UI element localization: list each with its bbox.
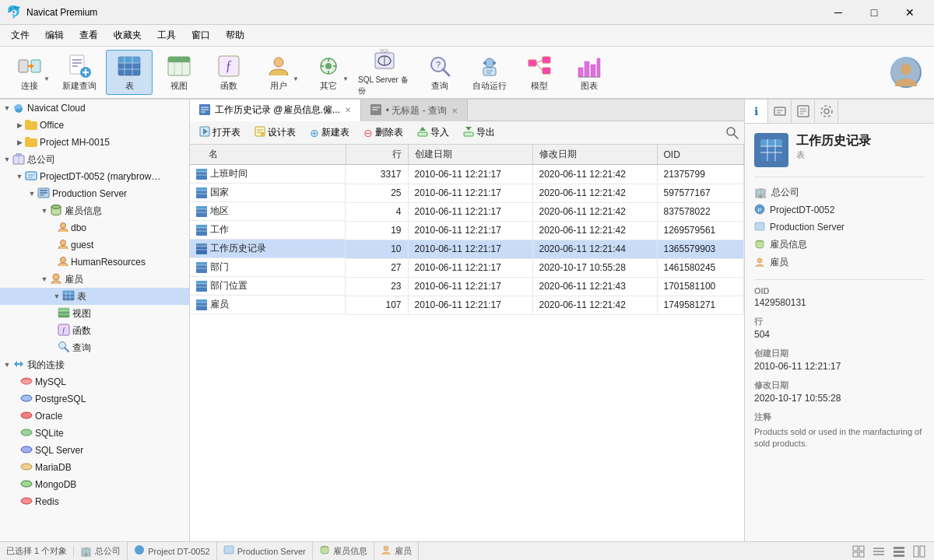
- employee-db-label: 雇员信息: [65, 205, 102, 218]
- col-name[interactable]: 名: [190, 145, 346, 165]
- table-label: 表: [125, 80, 134, 92]
- cell-oid: 1269579561: [657, 221, 744, 240]
- tree-employee-db[interactable]: ▼ 雇员信息: [0, 202, 189, 219]
- tab-query-label: • 无标题 - 查询: [386, 104, 447, 117]
- view-grid-btn[interactable]: [850, 544, 867, 558]
- svg-rect-169: [224, 546, 234, 554]
- user-button[interactable]: ▼ 用户: [255, 50, 302, 95]
- import-button[interactable]: 导入: [411, 124, 455, 142]
- ddl-tab[interactable]: [768, 100, 792, 123]
- status-company-label: 总公司: [95, 545, 121, 557]
- info-tab[interactable]: ℹ: [745, 100, 768, 123]
- breadcrumb-server: Production Server: [754, 219, 925, 236]
- col-created[interactable]: 创建日期: [408, 145, 532, 165]
- tab-work-history-close[interactable]: ✕: [345, 106, 351, 114]
- tree-project-dt[interactable]: ▼ ProjectDT-0052 (marybrown@...: [0, 168, 189, 185]
- tree-mariadb[interactable]: MariaDB: [0, 459, 189, 476]
- schema-icon-hr: [58, 256, 68, 269]
- settings-tab[interactable]: [815, 100, 838, 123]
- tree-tables[interactable]: ▼ 表: [0, 288, 189, 305]
- table-row[interactable]: 雇员 107 2010-06-11 12:21:17 2020-06-11 12…: [190, 296, 744, 314]
- tree-my-connections[interactable]: ▼ 我的连接: [0, 356, 189, 373]
- menu-help[interactable]: 帮助: [218, 26, 252, 45]
- tree-humanresources[interactable]: HumanResources: [0, 254, 189, 271]
- content-area: 工作历史记录 @雇员信息.僱... ✕ • 无标题 - 查询 ✕ 打开表: [190, 100, 744, 541]
- new-table-button[interactable]: ⊕ 新建表: [304, 124, 356, 142]
- menu-file[interactable]: 文件: [3, 26, 37, 45]
- dbo-label: dbo: [71, 222, 86, 233]
- tree-functions[interactable]: ƒ 函数: [0, 322, 189, 339]
- table-button[interactable]: 表: [106, 50, 153, 95]
- tree-views[interactable]: 视图: [0, 305, 189, 322]
- view-list-btn[interactable]: [870, 544, 887, 558]
- tree-employee-schema[interactable]: ▼ 雇员: [0, 271, 189, 288]
- table-row[interactable]: 上班时间 3317 2010-06-11 12:21:17 2020-06-11…: [190, 165, 744, 184]
- view-detail-btn[interactable]: [890, 544, 908, 558]
- tree-guest[interactable]: guest: [0, 236, 189, 254]
- table-row[interactable]: 工作 19 2010-06-11 12:21:17 2020-06-11 12:…: [190, 221, 744, 240]
- table-row[interactable]: 国家 25 2010-06-11 12:21:17 2020-06-11 12:…: [190, 184, 744, 202]
- tree-navicat-cloud[interactable]: ▼ Navicat Cloud: [0, 100, 189, 117]
- svg-line-48: [536, 63, 542, 71]
- view-button[interactable]: 视图: [156, 50, 202, 95]
- tree-queries[interactable]: 查询: [0, 339, 189, 356]
- sqlserver-backup-button[interactable]: SQL SQL Server 备份: [355, 50, 413, 95]
- table-row[interactable]: 部门位置 23 2010-06-11 12:21:17 2020-06-11 1…: [190, 277, 744, 296]
- svg-rect-174: [853, 552, 858, 557]
- menu-tools[interactable]: 工具: [149, 26, 184, 45]
- tree-sqlite[interactable]: SQLite: [0, 425, 189, 442]
- maximize-button[interactable]: □: [856, 0, 892, 25]
- tree-redis[interactable]: Redis: [0, 493, 189, 510]
- preview-tab[interactable]: [792, 100, 815, 123]
- tab-work-history[interactable]: 工作历史记录 @雇员信息.僱... ✕: [190, 100, 361, 121]
- other-button[interactable]: ▼ 其它: [305, 50, 352, 95]
- tree-project-mh[interactable]: ▶ Project MH-0015: [0, 134, 189, 151]
- table-row[interactable]: 地区 4 2010-06-11 12:21:17 2020-06-11 12:2…: [190, 202, 744, 221]
- postgresql-icon: [20, 393, 33, 406]
- view-large-btn[interactable]: [911, 544, 928, 558]
- model-button[interactable]: 模型: [516, 50, 563, 95]
- tree-company[interactable]: ▼ 总公司: [0, 151, 189, 168]
- tab-query[interactable]: • 无标题 - 查询 ✕: [361, 100, 468, 121]
- menu-edit[interactable]: 编辑: [37, 26, 72, 45]
- design-table-button[interactable]: 设计表: [248, 124, 302, 142]
- tree-postgresql[interactable]: PostgreSQL: [0, 390, 189, 408]
- tab-query-close[interactable]: ✕: [451, 107, 458, 115]
- close-button[interactable]: ✕: [892, 0, 928, 25]
- svg-rect-129: [196, 225, 207, 228]
- tree-mysql[interactable]: MySQL: [0, 373, 189, 390]
- search-button[interactable]: [724, 124, 741, 142]
- svg-point-40: [493, 61, 496, 65]
- autorun-button[interactable]: 自动运行: [466, 50, 513, 95]
- tree-sqlserver[interactable]: SQL Server: [0, 442, 189, 459]
- minimize-button[interactable]: ─: [820, 0, 856, 25]
- svg-point-70: [51, 205, 61, 208]
- delete-table-button[interactable]: ⊖ 删除表: [357, 124, 409, 142]
- tree-mongodb[interactable]: MongoDB: [0, 476, 189, 493]
- menu-window[interactable]: 窗口: [184, 26, 218, 45]
- table-row[interactable]: 工作历史记录 10 2010-06-11 12:21:17 2020-06-11…: [190, 240, 744, 258]
- menu-view[interactable]: 查看: [72, 26, 106, 45]
- avatar[interactable]: [890, 57, 922, 88]
- menu-favorites[interactable]: 收藏夹: [106, 26, 149, 45]
- open-table-button[interactable]: 打开表: [193, 124, 247, 142]
- open-table-icon: [199, 126, 210, 139]
- export-button[interactable]: 导出: [457, 124, 501, 142]
- rows-label: 行: [754, 316, 925, 327]
- tree-production-server[interactable]: ▼ Production Server: [0, 185, 189, 202]
- svg-marker-111: [420, 127, 426, 131]
- col-rows[interactable]: 行: [346, 145, 408, 165]
- new-query-button[interactable]: 新建查询: [56, 50, 103, 95]
- cell-modified: 2020-06-11 12:21:43: [532, 277, 657, 296]
- tree-dbo[interactable]: dbo: [0, 219, 189, 236]
- table-row[interactable]: 部门 27 2010-06-11 12:21:17 2020-10-17 10:…: [190, 258, 744, 277]
- tree-office[interactable]: ▶ Office: [0, 117, 189, 134]
- db-bc-icon: [754, 239, 765, 251]
- tree-oracle[interactable]: Oracle: [0, 408, 189, 425]
- query-button[interactable]: ? 查询: [416, 50, 463, 95]
- function-button[interactable]: ƒ 函数: [205, 50, 252, 95]
- chart-button[interactable]: 图表: [566, 50, 613, 95]
- col-oid[interactable]: OID: [657, 145, 744, 165]
- connect-button[interactable]: ▼ 连接: [6, 50, 53, 95]
- col-modified[interactable]: 修改日期: [532, 145, 657, 165]
